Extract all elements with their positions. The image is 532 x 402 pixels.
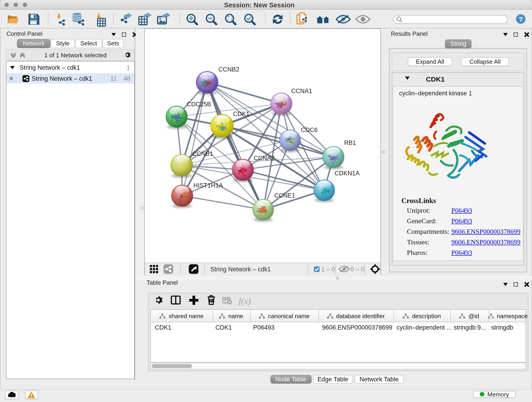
svg-text:RB1: RB1 <box>344 139 356 146</box>
svg-text:HIST1H1A: HIST1H1A <box>193 182 223 189</box>
svg-text:CDKN1A: CDKN1A <box>334 170 360 177</box>
svg-text:CDC25B: CDC25B <box>186 101 211 108</box>
svg-text:f(x): f(x) <box>239 296 251 306</box>
svg-text:String Network – cdk1: String Network – cdk1 <box>210 266 271 273</box>
svg-text:0 – 0: 0 – 0 <box>350 266 364 273</box>
svg-text:CCNA2: CCNA2 <box>253 154 274 161</box>
svg-text:CCNB1: CCNB1 <box>192 150 213 157</box>
svg-text:CCNA1: CCNA1 <box>291 87 312 94</box>
svg-text:CCNB2: CCNB2 <box>218 66 239 73</box>
svg-text:1 – 0: 1 – 0 <box>321 266 335 273</box>
svg-text:CDC6: CDC6 <box>301 126 317 133</box>
svg-text:CDK1: CDK1 <box>233 110 249 117</box>
svg-text:CCNE1: CCNE1 <box>274 192 295 199</box>
